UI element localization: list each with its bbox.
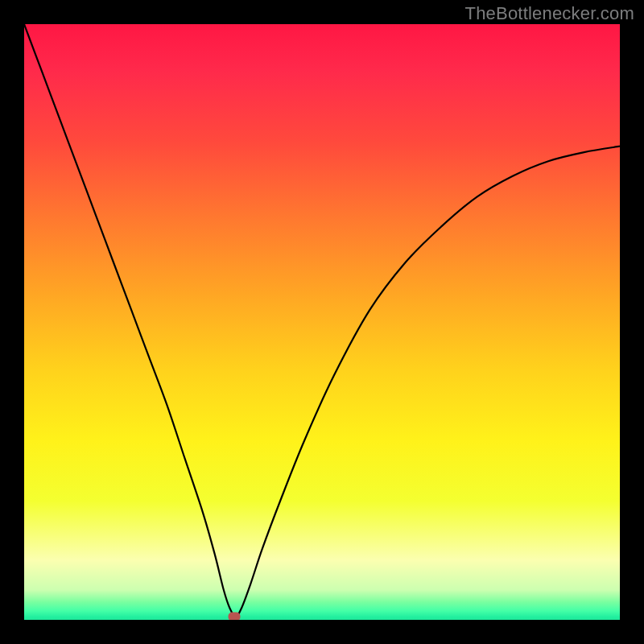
plot-area xyxy=(24,24,620,620)
optimum-marker xyxy=(229,612,241,620)
watermark-text: TheBottlenecker.com xyxy=(465,3,634,24)
bottleneck-curve xyxy=(24,24,620,617)
curve-layer xyxy=(24,24,620,620)
chart-frame: TheBottlenecker.com xyxy=(0,0,644,644)
